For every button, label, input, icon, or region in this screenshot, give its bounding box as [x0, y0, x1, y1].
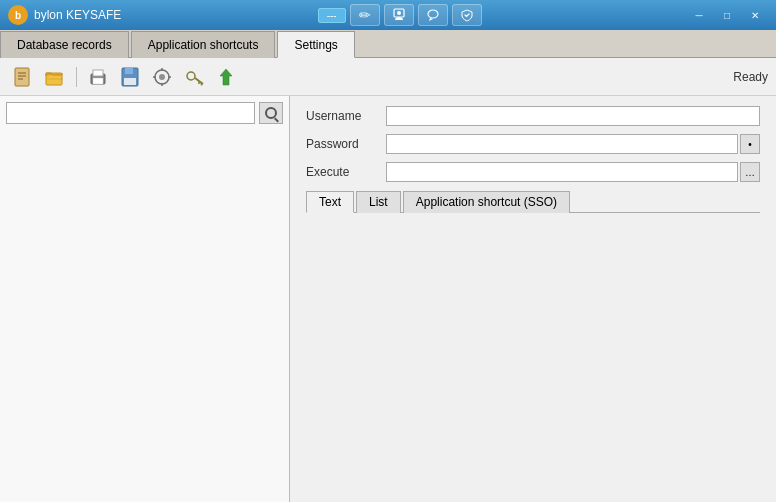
sub-tab-sso-label: Application shortcut (SSO)	[416, 195, 557, 209]
username-label: Username	[306, 109, 386, 123]
sub-tab-list[interactable]: List	[356, 191, 401, 213]
app-title: bylon KEYSAFE	[34, 8, 121, 22]
username-row: Username	[306, 106, 760, 126]
save-btn[interactable]	[115, 63, 145, 91]
open-btn[interactable]	[40, 63, 70, 91]
svg-point-17	[159, 74, 165, 80]
chat-icon-btn[interactable]	[418, 4, 448, 26]
sub-tab-text[interactable]: Text	[306, 191, 354, 213]
tab-settings-label: Settings	[294, 38, 337, 52]
username-input[interactable]	[386, 106, 760, 126]
svg-point-1	[397, 11, 401, 15]
left-panel	[0, 96, 290, 502]
execute-label: Execute	[306, 165, 386, 179]
minimize-btn[interactable]: ─	[686, 4, 712, 26]
window-controls: ─ □ ✕	[686, 4, 768, 26]
execute-input[interactable]	[386, 162, 738, 182]
sub-tab-list-label: List	[369, 195, 388, 209]
search-btn[interactable]	[259, 102, 283, 124]
title-badge: ---	[318, 8, 346, 23]
execute-btn[interactable]: …	[740, 162, 760, 182]
svg-rect-15	[124, 78, 136, 85]
tools-btn[interactable]	[147, 63, 177, 91]
title-bar-left: b bylon KEYSAFE	[8, 5, 121, 25]
search-icon	[265, 107, 277, 119]
close-btn[interactable]: ✕	[742, 4, 768, 26]
tab-shortcuts-label: Application shortcuts	[148, 38, 259, 52]
tab-database-label: Database records	[17, 38, 112, 52]
pencil-icon-btn[interactable]: ✏	[350, 4, 380, 26]
form-area: Username Password • Execute … Text	[290, 96, 776, 223]
new-btn[interactable]	[8, 63, 38, 91]
svg-rect-11	[93, 70, 103, 76]
title-bar: b bylon KEYSAFE --- ✏ ─ □	[0, 0, 776, 30]
main-area: Username Password • Execute … Text	[0, 96, 776, 502]
key-btn[interactable]	[179, 63, 209, 91]
tabs-bar: Database records Application shortcuts S…	[0, 30, 776, 58]
toolbar: Ready	[0, 58, 776, 96]
right-panel: Username Password • Execute … Text	[290, 96, 776, 502]
shield-icon-btn[interactable]	[452, 4, 482, 26]
password-label: Password	[306, 137, 386, 151]
sub-tab-text-label: Text	[319, 195, 341, 209]
svg-point-2	[428, 10, 438, 18]
svg-marker-26	[220, 69, 232, 85]
toolbar-sep-1	[76, 67, 77, 87]
password-input[interactable]	[386, 134, 738, 154]
restore-btn[interactable]: □	[714, 4, 740, 26]
tab-database[interactable]: Database records	[0, 31, 129, 58]
svg-point-12	[102, 76, 104, 78]
svg-rect-14	[125, 68, 133, 74]
search-input[interactable]	[6, 102, 255, 124]
app-logo: b	[8, 5, 28, 25]
logo-text: b	[15, 10, 21, 21]
password-row: Password •	[306, 134, 760, 154]
sub-tabs: Text List Application shortcut (SSO)	[306, 190, 760, 213]
tab-shortcuts[interactable]: Application shortcuts	[131, 31, 276, 58]
password-btn[interactable]: •	[740, 134, 760, 154]
sub-tab-sso[interactable]: Application shortcut (SSO)	[403, 191, 570, 213]
search-row	[6, 102, 283, 124]
svg-rect-10	[93, 78, 103, 84]
svg-rect-3	[15, 68, 29, 86]
status-text: Ready	[733, 70, 768, 84]
svg-point-22	[187, 72, 195, 80]
arrow-up-btn[interactable]	[211, 63, 241, 91]
print-btn[interactable]	[83, 63, 113, 91]
execute-row: Execute …	[306, 162, 760, 182]
title-bar-center: --- ✏	[318, 4, 482, 26]
contact-icon-btn[interactable]	[384, 4, 414, 26]
tab-settings[interactable]: Settings	[277, 31, 354, 58]
